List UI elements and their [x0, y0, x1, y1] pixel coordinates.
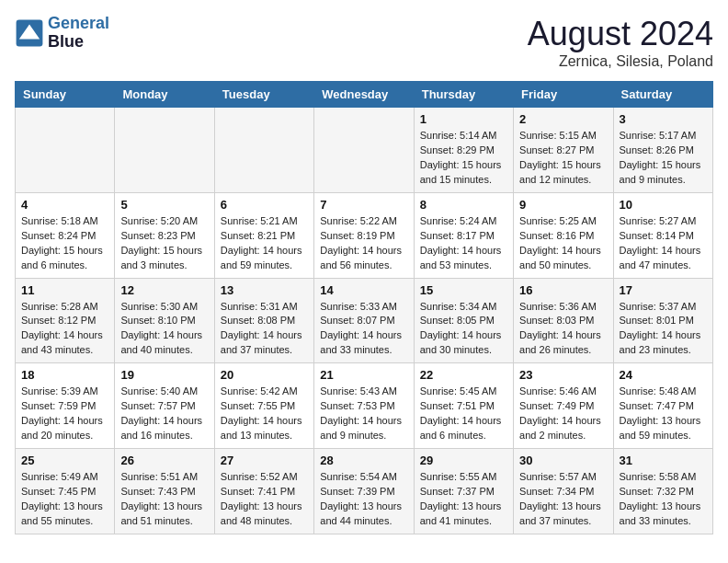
- day-number: 16: [519, 283, 607, 297]
- calendar-cell: 3Sunrise: 5:17 AM Sunset: 8:26 PM Daylig…: [613, 108, 712, 193]
- calendar-cell: 26Sunrise: 5:51 AM Sunset: 7:43 PM Dayli…: [115, 449, 214, 534]
- day-number: 11: [21, 283, 108, 297]
- day-info: Sunrise: 5:46 AM Sunset: 7:49 PM Dayligh…: [519, 385, 607, 443]
- page-header: General Blue August 2024 Zernica, Silesi…: [15, 15, 713, 70]
- day-info: Sunrise: 5:45 AM Sunset: 7:51 PM Dayligh…: [420, 385, 507, 443]
- calendar-table: SundayMondayTuesdayWednesdayThursdayFrid…: [15, 81, 713, 534]
- day-number: 31: [620, 454, 707, 467]
- day-number: 25: [21, 454, 108, 467]
- title-section: August 2024 Zernica, Silesia, Poland: [528, 15, 713, 70]
- day-info: Sunrise: 5:42 AM Sunset: 7:55 PM Dayligh…: [221, 385, 308, 443]
- location: Zernica, Silesia, Poland: [528, 53, 713, 70]
- calendar-cell: 29Sunrise: 5:55 AM Sunset: 7:37 PM Dayli…: [414, 449, 513, 534]
- calendar-cell: 12Sunrise: 5:30 AM Sunset: 8:10 PM Dayli…: [115, 278, 214, 363]
- calendar-cell: 7Sunrise: 5:22 AM Sunset: 8:19 PM Daylig…: [314, 192, 414, 278]
- day-number: 22: [420, 368, 507, 382]
- calendar-cell: 22Sunrise: 5:45 AM Sunset: 7:51 PM Dayli…: [414, 363, 513, 449]
- calendar-cell: 18Sunrise: 5:39 AM Sunset: 7:59 PM Dayli…: [16, 363, 115, 449]
- day-info: Sunrise: 5:55 AM Sunset: 7:37 PM Dayligh…: [420, 470, 507, 529]
- calendar-cell: [314, 108, 414, 193]
- calendar-cell: 15Sunrise: 5:34 AM Sunset: 8:05 PM Dayli…: [414, 278, 513, 363]
- calendar-cell: 28Sunrise: 5:54 AM Sunset: 7:39 PM Dayli…: [314, 449, 414, 534]
- weekday-header-sunday: Sunday: [16, 82, 115, 108]
- calendar-cell: 14Sunrise: 5:33 AM Sunset: 8:07 PM Dayli…: [314, 278, 414, 363]
- logo-icon: [15, 18, 44, 48]
- day-number: 8: [420, 198, 507, 212]
- calendar-cell: 19Sunrise: 5:40 AM Sunset: 7:57 PM Dayli…: [115, 363, 214, 449]
- day-info: Sunrise: 5:52 AM Sunset: 7:41 PM Dayligh…: [221, 470, 308, 529]
- day-number: 4: [21, 198, 108, 212]
- day-info: Sunrise: 5:43 AM Sunset: 7:53 PM Dayligh…: [320, 385, 407, 443]
- day-number: 2: [519, 112, 607, 126]
- calendar-cell: 9Sunrise: 5:25 AM Sunset: 8:16 PM Daylig…: [514, 192, 613, 278]
- calendar-cell: [16, 108, 115, 193]
- calendar-cell: 6Sunrise: 5:21 AM Sunset: 8:21 PM Daylig…: [214, 192, 313, 278]
- calendar-cell: 11Sunrise: 5:28 AM Sunset: 8:12 PM Dayli…: [16, 278, 115, 363]
- logo: General Blue: [15, 15, 109, 52]
- calendar-week-4: 18Sunrise: 5:39 AM Sunset: 7:59 PM Dayli…: [16, 363, 713, 449]
- day-number: 18: [21, 368, 108, 382]
- calendar-cell: 20Sunrise: 5:42 AM Sunset: 7:55 PM Dayli…: [214, 363, 313, 449]
- day-number: 6: [221, 198, 308, 212]
- day-number: 24: [620, 368, 707, 382]
- day-number: 5: [120, 198, 208, 212]
- calendar-week-5: 25Sunrise: 5:49 AM Sunset: 7:45 PM Dayli…: [16, 449, 713, 534]
- day-number: 17: [620, 283, 707, 297]
- day-info: Sunrise: 5:40 AM Sunset: 7:57 PM Dayligh…: [120, 385, 208, 443]
- day-info: Sunrise: 5:48 AM Sunset: 7:47 PM Dayligh…: [620, 385, 707, 443]
- day-info: Sunrise: 5:58 AM Sunset: 7:32 PM Dayligh…: [620, 470, 707, 529]
- calendar-cell: 21Sunrise: 5:43 AM Sunset: 7:53 PM Dayli…: [314, 363, 414, 449]
- day-number: 14: [320, 283, 407, 297]
- day-info: Sunrise: 5:28 AM Sunset: 8:12 PM Dayligh…: [21, 300, 108, 359]
- day-info: Sunrise: 5:30 AM Sunset: 8:10 PM Dayligh…: [120, 300, 208, 359]
- weekday-header-row: SundayMondayTuesdayWednesdayThursdayFrid…: [16, 82, 713, 108]
- day-number: 28: [320, 454, 407, 467]
- calendar-cell: 24Sunrise: 5:48 AM Sunset: 7:47 PM Dayli…: [613, 363, 712, 449]
- day-info: Sunrise: 5:21 AM Sunset: 8:21 PM Dayligh…: [221, 214, 308, 273]
- day-number: 12: [120, 283, 208, 297]
- calendar-cell: [214, 108, 313, 193]
- day-info: Sunrise: 5:57 AM Sunset: 7:34 PM Dayligh…: [519, 470, 607, 529]
- day-number: 26: [120, 454, 208, 467]
- weekday-header-monday: Monday: [115, 82, 214, 108]
- day-info: Sunrise: 5:37 AM Sunset: 8:01 PM Dayligh…: [620, 300, 707, 359]
- calendar-header: SundayMondayTuesdayWednesdayThursdayFrid…: [16, 82, 713, 108]
- day-info: Sunrise: 5:22 AM Sunset: 8:19 PM Dayligh…: [320, 214, 407, 273]
- logo-text: General Blue: [48, 15, 109, 52]
- weekday-header-thursday: Thursday: [414, 82, 513, 108]
- calendar-week-3: 11Sunrise: 5:28 AM Sunset: 8:12 PM Dayli…: [16, 278, 713, 363]
- day-number: 13: [221, 283, 308, 297]
- calendar-cell: 27Sunrise: 5:52 AM Sunset: 7:41 PM Dayli…: [214, 449, 313, 534]
- day-info: Sunrise: 5:17 AM Sunset: 8:26 PM Dayligh…: [620, 129, 707, 188]
- logo-line2: Blue: [48, 33, 109, 52]
- calendar-cell: 23Sunrise: 5:46 AM Sunset: 7:49 PM Dayli…: [514, 363, 613, 449]
- calendar-cell: 30Sunrise: 5:57 AM Sunset: 7:34 PM Dayli…: [514, 449, 613, 534]
- calendar-cell: [115, 108, 214, 193]
- day-number: 10: [620, 198, 707, 212]
- calendar-cell: 17Sunrise: 5:37 AM Sunset: 8:01 PM Dayli…: [613, 278, 712, 363]
- calendar-cell: 31Sunrise: 5:58 AM Sunset: 7:32 PM Dayli…: [613, 449, 712, 534]
- weekday-header-saturday: Saturday: [613, 82, 712, 108]
- day-info: Sunrise: 5:36 AM Sunset: 8:03 PM Dayligh…: [519, 300, 607, 359]
- day-info: Sunrise: 5:49 AM Sunset: 7:45 PM Dayligh…: [21, 470, 108, 529]
- day-info: Sunrise: 5:31 AM Sunset: 8:08 PM Dayligh…: [221, 300, 308, 359]
- day-number: 1: [420, 112, 507, 126]
- day-number: 15: [420, 283, 507, 297]
- day-info: Sunrise: 5:15 AM Sunset: 8:27 PM Dayligh…: [519, 129, 607, 188]
- calendar-cell: 4Sunrise: 5:18 AM Sunset: 8:24 PM Daylig…: [16, 192, 115, 278]
- calendar-cell: 1Sunrise: 5:14 AM Sunset: 8:29 PM Daylig…: [414, 108, 513, 193]
- day-info: Sunrise: 5:34 AM Sunset: 8:05 PM Dayligh…: [420, 300, 507, 359]
- day-info: Sunrise: 5:39 AM Sunset: 7:59 PM Dayligh…: [21, 385, 108, 443]
- day-number: 19: [120, 368, 208, 382]
- day-info: Sunrise: 5:18 AM Sunset: 8:24 PM Dayligh…: [21, 214, 108, 273]
- day-info: Sunrise: 5:25 AM Sunset: 8:16 PM Dayligh…: [519, 214, 607, 273]
- month-year: August 2024: [528, 15, 713, 53]
- logo-line1: General: [48, 14, 109, 32]
- calendar-cell: 8Sunrise: 5:24 AM Sunset: 8:17 PM Daylig…: [414, 192, 513, 278]
- day-info: Sunrise: 5:51 AM Sunset: 7:43 PM Dayligh…: [120, 470, 208, 529]
- weekday-header-tuesday: Tuesday: [214, 82, 313, 108]
- day-number: 29: [420, 454, 507, 467]
- day-info: Sunrise: 5:14 AM Sunset: 8:29 PM Dayligh…: [420, 129, 507, 188]
- calendar-cell: 13Sunrise: 5:31 AM Sunset: 8:08 PM Dayli…: [214, 278, 313, 363]
- day-info: Sunrise: 5:27 AM Sunset: 8:14 PM Dayligh…: [620, 214, 707, 273]
